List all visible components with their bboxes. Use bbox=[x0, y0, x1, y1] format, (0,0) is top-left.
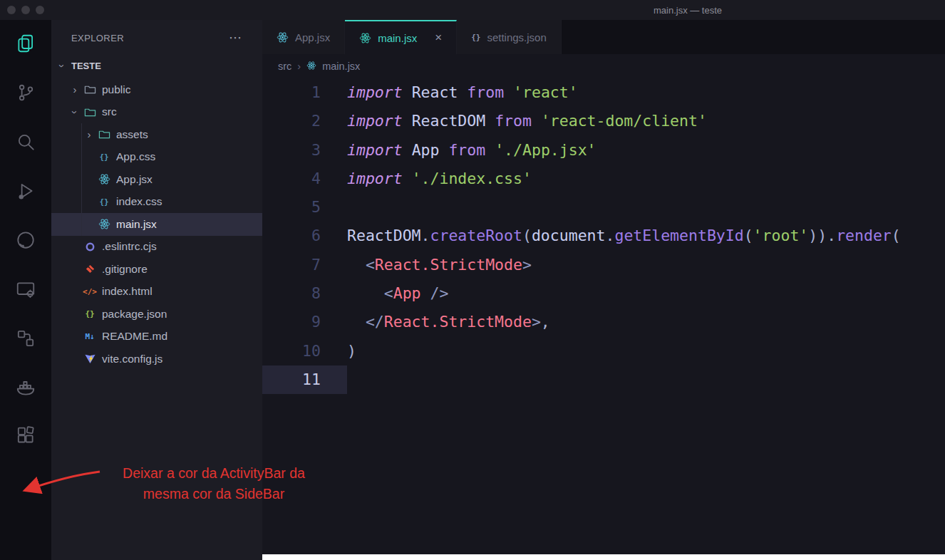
code-line-5[interactable]: 5 bbox=[262, 193, 945, 222]
code-token: ) bbox=[347, 342, 356, 360]
file-label: main.jsx bbox=[116, 218, 157, 231]
code-line-6[interactable]: 6ReactDOM.createRoot(document.getElement… bbox=[262, 222, 945, 250]
file-label: assets bbox=[116, 128, 148, 141]
code-line-2[interactable]: 2import ReactDOM from 'react-dom/client' bbox=[262, 107, 945, 135]
tab-main-jsx[interactable]: main.jsx× bbox=[345, 20, 457, 54]
code-token: ( bbox=[892, 227, 901, 244]
code-token: from bbox=[467, 83, 504, 101]
code-token: import bbox=[347, 170, 403, 187]
code-token bbox=[347, 256, 366, 274]
code-token: getElementById bbox=[614, 227, 743, 244]
line-number: 5 bbox=[262, 193, 347, 222]
code-token: 'react' bbox=[513, 83, 578, 101]
code-token: './index.css' bbox=[412, 170, 532, 187]
code-line-9[interactable]: 9 </React.StrictMode>, bbox=[262, 308, 945, 336]
tree-item--gitignore[interactable]: .gitignore bbox=[51, 258, 262, 281]
tab-app-jsx[interactable]: App.jsx bbox=[262, 20, 345, 54]
tree-item--eslintrc-cjs[interactable]: .eslintrc.cjs bbox=[51, 236, 262, 259]
tree-item-readme-md[interactable]: M↓README.md bbox=[51, 326, 262, 348]
line-number: 4 bbox=[262, 165, 347, 193]
code-line-3[interactable]: 3import App from './App.jsx' bbox=[262, 136, 945, 165]
activity-extensions[interactable] bbox=[0, 413, 51, 462]
sidebar-title: EXPLORER bbox=[71, 33, 124, 43]
section-header-teste[interactable]: › TESTE bbox=[51, 56, 262, 76]
activity-references[interactable] bbox=[0, 315, 51, 364]
code-line-4[interactable]: 4import './index.css' bbox=[262, 165, 945, 193]
code-line-1[interactable]: 1import React from 'react' bbox=[262, 78, 945, 107]
source-control-icon bbox=[15, 82, 36, 106]
breadcrumb: src›main.jsx bbox=[262, 54, 945, 78]
chevron-down-icon[interactable]: › bbox=[70, 107, 81, 117]
code-token bbox=[403, 170, 412, 187]
annotation-line-1: Deixar a cor da ActivityBar da bbox=[86, 463, 342, 484]
code-token: import bbox=[347, 141, 403, 159]
tree-item-package-json[interactable]: {}package.json bbox=[51, 303, 262, 326]
code-token bbox=[504, 83, 513, 101]
tab-settings-json[interactable]: {}settings.json bbox=[457, 20, 562, 54]
activity-run-debug[interactable] bbox=[0, 167, 51, 217]
tree-item-app-css[interactable]: {}App.css bbox=[51, 146, 262, 169]
activity-docker[interactable] bbox=[0, 364, 51, 413]
code-token: React bbox=[412, 83, 458, 101]
code-token bbox=[421, 284, 430, 302]
tree-item-app-jsx[interactable]: App.jsx bbox=[51, 168, 262, 191]
tree-item-public[interactable]: ›public bbox=[51, 78, 262, 101]
line-number: 3 bbox=[262, 136, 347, 165]
indent-guide bbox=[81, 168, 82, 191]
activity-github[interactable] bbox=[0, 217, 51, 266]
code-line-content: </React.StrictMode>, bbox=[347, 308, 550, 336]
code-token bbox=[403, 112, 412, 130]
line-number: 1 bbox=[262, 78, 347, 107]
zoom-window-button[interactable] bbox=[36, 6, 44, 14]
html-glyph: </> bbox=[83, 287, 97, 296]
more-actions-button[interactable]: ⋯ bbox=[229, 30, 242, 46]
tab-label: App.jsx bbox=[295, 31, 330, 43]
chevron-right-icon[interactable]: › bbox=[70, 84, 80, 95]
code-editor[interactable]: 1import React from 'react'2import ReactD… bbox=[262, 78, 945, 554]
minimize-window-button[interactable] bbox=[21, 6, 30, 14]
code-token: React.StrictMode bbox=[384, 313, 532, 331]
tree-item-index-css[interactable]: {}index.css bbox=[51, 191, 262, 214]
chevron-right-icon[interactable]: › bbox=[84, 129, 94, 140]
code-line-7[interactable]: 7 <React.StrictMode> bbox=[262, 251, 945, 279]
code-token: 'react-dom/client' bbox=[541, 112, 707, 130]
code-token: App bbox=[393, 284, 421, 302]
code-token bbox=[532, 112, 541, 130]
code-token bbox=[458, 83, 467, 101]
activity-search[interactable] bbox=[0, 118, 51, 167]
activity-explorer[interactable] bbox=[0, 20, 51, 69]
breadcrumb-item-src[interactable]: src bbox=[278, 61, 291, 72]
git-icon bbox=[82, 263, 98, 275]
folder-icon bbox=[96, 128, 112, 140]
code-token bbox=[403, 83, 412, 101]
tree-item-vite-config-js[interactable]: vite.config.js bbox=[51, 348, 262, 370]
docker-icon bbox=[15, 377, 36, 401]
code-token: from bbox=[448, 141, 485, 159]
close-window-button[interactable] bbox=[7, 6, 16, 14]
code-line-11[interactable]: 11 bbox=[262, 365, 945, 394]
file-label: index.html bbox=[102, 285, 153, 298]
activity-source-control[interactable] bbox=[0, 69, 51, 118]
eslint-icon bbox=[82, 241, 98, 253]
react-icon bbox=[359, 32, 371, 44]
code-token: from bbox=[495, 112, 532, 130]
tree-item-src[interactable]: ›src bbox=[51, 101, 262, 124]
run-debug-icon bbox=[15, 180, 36, 204]
line-number: 6 bbox=[262, 222, 347, 250]
activity-settings-window[interactable] bbox=[0, 266, 51, 315]
indent-guide bbox=[81, 123, 82, 146]
tree-item-assets[interactable]: ›assets bbox=[51, 123, 262, 146]
vscode-window: main.jsx — teste EXPLORER ⋯ › TESTE ›pub… bbox=[0, 0, 945, 560]
code-line-8[interactable]: 8 <App /> bbox=[262, 279, 945, 308]
titlebar: main.jsx — teste bbox=[0, 0, 945, 20]
code-line-10[interactable]: 10) bbox=[262, 337, 945, 365]
tree-item-main-jsx[interactable]: main.jsx bbox=[51, 213, 262, 236]
braces-glyph: {} bbox=[99, 197, 108, 207]
close-icon[interactable]: × bbox=[435, 31, 442, 45]
breadcrumb-item-main-jsx[interactable]: main.jsx bbox=[322, 61, 360, 72]
tree-item-index-html[interactable]: </>index.html bbox=[51, 281, 262, 304]
code-token: App bbox=[412, 141, 440, 159]
activity-bar bbox=[0, 20, 51, 560]
braces-glyph: {} bbox=[99, 152, 108, 162]
line-number: 9 bbox=[262, 308, 347, 336]
